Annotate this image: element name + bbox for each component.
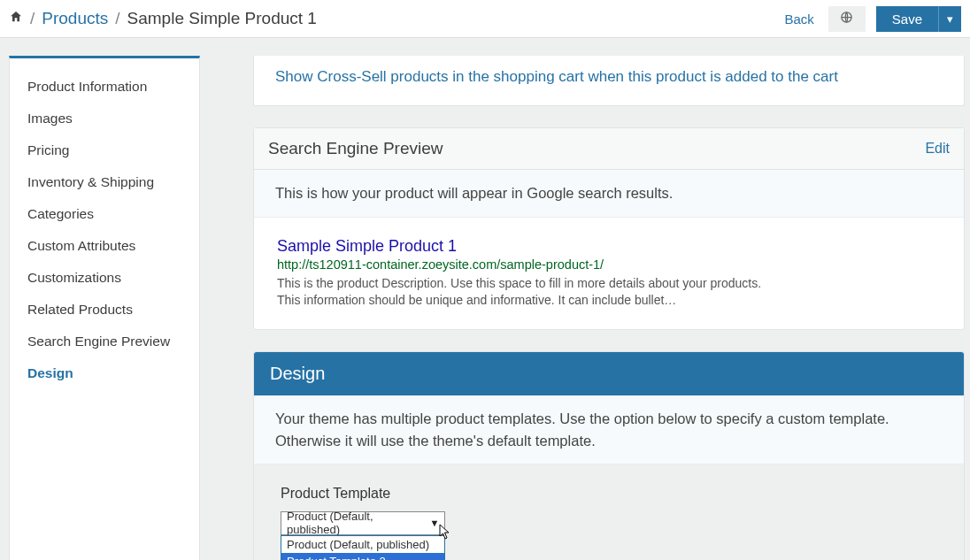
product-template-label: Product Template: [281, 486, 937, 502]
breadcrumb: / Products / Sample Simple Product 1: [9, 9, 317, 28]
back-link[interactable]: Back: [784, 12, 813, 27]
caret-down-icon: ▾: [947, 12, 953, 26]
seo-preview-panel: Search Engine Preview Edit This is how y…: [253, 127, 965, 330]
cross-sell-link[interactable]: Show Cross-Sell products in the shopping…: [275, 68, 838, 85]
design-panel: Design Your theme has multiple product t…: [253, 351, 965, 560]
dropdown-option-template-2[interactable]: Product Template 2 (Published): [281, 553, 444, 560]
dropdown-option-default[interactable]: Product (Default, published): [281, 536, 444, 553]
save-dropdown-toggle[interactable]: ▾: [938, 6, 961, 32]
seo-result-description: This is the product Description. Use thi…: [277, 275, 773, 310]
product-template-dropdown: Product (Default, published) Product Tem…: [281, 535, 445, 560]
sidebar-item-categories[interactable]: Categories: [10, 198, 199, 230]
breadcrumb-separator: /: [30, 9, 35, 28]
product-template-select[interactable]: Product (Default, published) ▼ Product (…: [281, 511, 445, 535]
sidebar-item-images[interactable]: Images: [10, 103, 199, 134]
sidebar-item-search-engine-preview[interactable]: Search Engine Preview: [10, 326, 199, 357]
sidebar-item-design[interactable]: Design: [10, 357, 199, 389]
breadcrumb-separator: /: [115, 9, 119, 28]
select-value: Product (Default, published): [281, 510, 425, 536]
sidebar-nav: Product Information Images Pricing Inven…: [9, 56, 200, 560]
sidebar-item-custom-attributes[interactable]: Custom Attributes: [10, 230, 199, 262]
save-button[interactable]: Save: [876, 6, 938, 32]
page-header: / Products / Sample Simple Product 1 Bac…: [0, 0, 970, 38]
breadcrumb-current: Sample Simple Product 1: [127, 9, 317, 28]
seo-edit-link[interactable]: Edit: [925, 141, 950, 157]
sidebar-item-related-products[interactable]: Related Products: [10, 294, 199, 326]
home-icon[interactable]: [9, 9, 23, 28]
sidebar-item-product-information[interactable]: Product Information: [10, 71, 199, 103]
sidebar-item-pricing[interactable]: Pricing: [10, 134, 199, 166]
seo-result-title: Sample Simple Product 1: [277, 237, 941, 256]
cross-sell-panel: Show Cross-Sell products in the shopping…: [253, 56, 965, 106]
seo-panel-title: Search Engine Preview: [268, 139, 443, 158]
save-button-group: Save ▾: [876, 6, 961, 32]
globe-icon: [840, 11, 853, 27]
design-intro-text: Your theme has multiple product template…: [254, 395, 964, 465]
seo-intro-text: This is how your product will appear in …: [254, 170, 964, 218]
chevron-down-icon: ▼: [425, 518, 444, 528]
seo-result-url: http://ts120911-container.zoeysite.com/s…: [277, 257, 941, 272]
globe-button[interactable]: [828, 6, 866, 32]
breadcrumb-products-link[interactable]: Products: [42, 9, 108, 28]
sidebar-item-inventory-shipping[interactable]: Inventory & Shipping: [10, 166, 199, 198]
header-actions: Back Save ▾: [784, 6, 961, 32]
sidebar-item-customizations[interactable]: Customizations: [10, 262, 199, 294]
design-panel-title: Design: [254, 352, 964, 395]
